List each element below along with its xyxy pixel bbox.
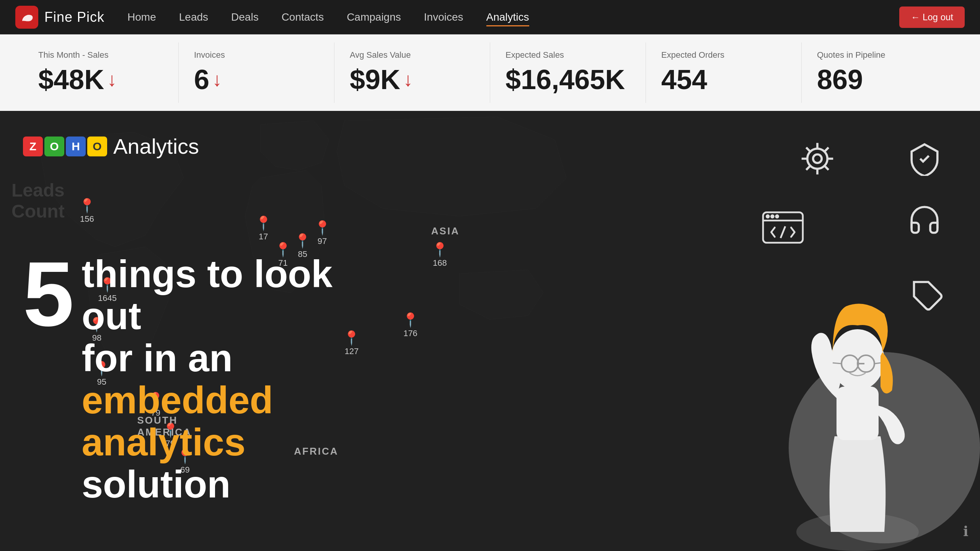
nav-contacts[interactable]: Contacts <box>282 8 324 26</box>
zoho-logo: Z O H O Analytics <box>23 134 199 159</box>
arrow-down-2: ↓ <box>403 68 413 91</box>
zoho-tile-h: H <box>66 137 86 156</box>
stat-label-0: This Month - Sales <box>38 50 163 60</box>
svg-line-14 <box>781 226 785 238</box>
svg-point-11 <box>766 215 769 218</box>
zoho-analytics-label: Analytics <box>113 134 199 159</box>
info-icon: ℹ <box>963 523 969 540</box>
zoho-tiles: Z O H O <box>23 137 107 156</box>
svg-point-7 <box>813 154 822 163</box>
gear-icon <box>800 141 835 183</box>
svg-rect-17 <box>837 387 879 440</box>
hero-number: 5 <box>23 253 74 335</box>
bg-leads-text: LeadsCount <box>11 180 65 222</box>
stat-value-2: $9K↓ <box>350 64 475 95</box>
stats-bar: This Month - Sales $48K↓ Invoices 6↓ Avg… <box>0 34 980 111</box>
main-content: 📍 156 📍 1645 📍 98 📍 95 📍 79 📍 79 📍 69 � <box>0 111 980 551</box>
stat-label-4: Expected Orders <box>661 50 786 60</box>
nav-deals[interactable]: Deals <box>231 8 259 26</box>
nav-leads[interactable]: Leads <box>179 8 208 26</box>
headset-icon <box>907 203 942 244</box>
stat-label-2: Avg Sales Value <box>350 50 475 60</box>
zoho-tile-o2: O <box>87 137 107 156</box>
zoho-tile-z: Z <box>23 137 43 156</box>
hero-text: 5 things to look out for in an embedded … <box>23 253 367 505</box>
hero-line2: for in an embedded <box>82 337 367 421</box>
svg-point-8 <box>807 149 828 169</box>
navbar: Fine Pick Home Leads Deals Contacts Camp… <box>0 0 980 34</box>
nav-campaigns[interactable]: Campaigns <box>347 8 401 26</box>
stat-value-0: $48K↓ <box>38 64 163 95</box>
svg-line-22 <box>833 363 841 364</box>
zoho-tile-o: O <box>44 137 64 156</box>
stat-avg-sales: Avg Sales Value $9K↓ <box>334 42 490 103</box>
nav-links: Home Leads Deals Contacts Campaigns Invo… <box>127 8 899 26</box>
svg-point-13 <box>776 215 778 218</box>
nav-home[interactable]: Home <box>127 8 156 26</box>
shield-icon <box>907 141 942 183</box>
stat-label-3: Expected Sales <box>505 50 630 60</box>
arrow-down-0: ↓ <box>107 68 117 91</box>
stat-value-3: $16,465K <box>505 64 630 95</box>
hero-line3: analytics solution <box>82 421 367 505</box>
hero-line1: things to look out <box>82 253 367 337</box>
stat-value-5: 869 <box>817 64 942 95</box>
stat-value-1: 6↓ <box>194 64 319 95</box>
stat-this-month-sales: This Month - Sales $48K↓ <box>23 42 179 103</box>
person-illustration <box>766 245 949 551</box>
logout-button[interactable]: ← Log out <box>899 7 965 28</box>
stat-expected-sales: Expected Sales $16,465K <box>490 42 646 103</box>
nav-analytics[interactable]: Analytics <box>486 8 529 26</box>
stat-quotes-pipeline: Quotes in Pipeline 869 <box>802 42 957 103</box>
arrow-down-1: ↓ <box>212 68 222 91</box>
stat-invoices: Invoices 6↓ <box>179 42 334 103</box>
svg-line-23 <box>874 363 881 364</box>
svg-point-12 <box>771 215 773 218</box>
illustration-area <box>674 111 980 551</box>
stat-label-5: Quotes in Pipeline <box>817 50 942 60</box>
logo-area: Fine Pick <box>15 6 104 29</box>
nav-invoices[interactable]: Invoices <box>424 8 463 26</box>
stat-label-1: Invoices <box>194 50 319 60</box>
stat-expected-orders: Expected Orders 454 <box>646 42 802 103</box>
app-logo-text: Fine Pick <box>44 9 104 25</box>
app-logo-icon <box>15 6 38 29</box>
stat-value-4: 454 <box>661 64 786 95</box>
